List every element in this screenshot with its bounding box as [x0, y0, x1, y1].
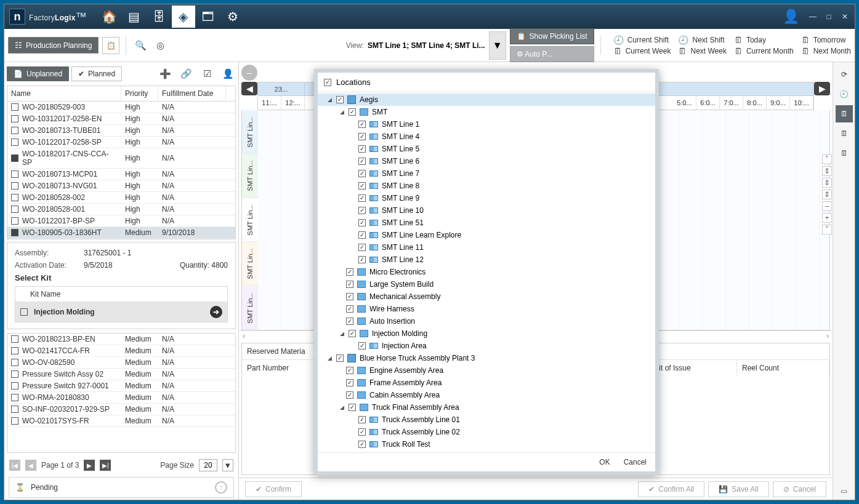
tree-row[interactable]: SMT Line 51 — [318, 217, 655, 229]
pending-bar[interactable]: ⌛ Pending ↑ — [9, 477, 234, 498]
row-checkbox[interactable] — [11, 115, 18, 122]
home-icon[interactable]: 🏠 — [98, 6, 121, 28]
row-checkbox[interactable] — [11, 347, 18, 354]
rail-clock-icon[interactable]: 🕘 — [836, 86, 853, 103]
table-row[interactable]: WO-20180713-TUBE01HighN/A — [7, 125, 235, 137]
table-row[interactable]: SO-INF-02032017-929-SPMediumN/A — [7, 404, 235, 415]
row-checkbox[interactable] — [11, 417, 18, 425]
row-checkbox[interactable] — [11, 406, 18, 413]
qr-next-shift[interactable]: 🕘Next Shift — [678, 35, 726, 45]
expand-icon[interactable]: ◢ — [339, 109, 345, 115]
rail-calendar-week-icon[interactable]: 🗓 — [836, 125, 853, 142]
tool-2[interactable]: ⇕ — [822, 178, 832, 188]
qr-today[interactable]: 🗓Today — [734, 35, 794, 45]
tree-row[interactable]: Injection Area — [318, 340, 655, 352]
table-row[interactable]: WO-10312017-0258-ENHighN/A — [7, 113, 235, 125]
maximize-button[interactable]: □ — [824, 12, 834, 22]
tree-checkbox[interactable] — [346, 268, 353, 276]
pager-last[interactable]: ▶| — [100, 460, 111, 471]
confirm-all-button[interactable]: ✔ Confirm All — [638, 481, 704, 497]
minimize-button[interactable]: — — [808, 12, 818, 22]
row-checkbox[interactable] — [11, 359, 18, 366]
tree-row[interactable]: Cabin Assembly Area — [318, 389, 655, 401]
tree-row[interactable]: Micro Electronics — [318, 266, 655, 278]
tree-checkbox[interactable] — [358, 416, 366, 423]
col-name[interactable]: Name — [7, 86, 121, 101]
reserved-col-reel[interactable]: Reel Count — [737, 360, 829, 376]
tree-checkbox[interactable] — [358, 158, 366, 165]
row-checkbox[interactable] — [11, 229, 18, 236]
row-checkbox[interactable] — [11, 154, 18, 162]
tree-row[interactable]: ◢Injection Molding — [318, 327, 655, 340]
tree-checkbox[interactable] — [358, 170, 366, 177]
gear-icon[interactable]: ⚙ — [221, 6, 244, 28]
pager-prev[interactable]: ◀ — [25, 460, 36, 471]
tree-checkbox[interactable] — [346, 281, 353, 288]
confirm-button[interactable]: ✔ Confirm — [245, 481, 302, 497]
row-checkbox[interactable] — [11, 217, 18, 225]
locations-tree[interactable]: ◢Aegis◢SMTSMT Line 1SMT Line 4SMT Line 5… — [318, 92, 655, 452]
table-row[interactable]: WO-021017SYS-FRMediumN/A — [7, 415, 235, 427]
row-checkbox[interactable] — [11, 194, 18, 201]
tree-row[interactable]: Frame Assembly Area — [318, 377, 655, 389]
stack-icon[interactable]: 🗄 — [147, 6, 171, 28]
table-row[interactable]: WO-10122017-0258-SPHighN/A — [7, 137, 235, 148]
table-row[interactable]: WO-20180528-001HighN/A — [7, 204, 235, 215]
row-checkbox[interactable] — [11, 170, 18, 178]
pager-next[interactable]: ▶ — [84, 460, 95, 471]
rail-calendar-month-icon[interactable]: 🗓 — [836, 145, 853, 162]
table-row[interactable]: WO-20180213-BP-ENMediumN/A — [7, 334, 235, 345]
row-checkbox[interactable] — [11, 182, 18, 190]
row-checkbox[interactable] — [11, 394, 18, 401]
tree-row[interactable]: SMT Line 12 — [318, 254, 655, 266]
tree-row[interactable]: Mechanical Assembly — [318, 290, 655, 303]
production-planning-chip[interactable]: ☷ Production Planning — [8, 37, 99, 54]
tree-row[interactable]: Truck Roll Test — [318, 438, 655, 450]
table-row[interactable]: WO-20180529-003HighN/A — [7, 102, 235, 113]
tree-row[interactable]: SMT Line 10 — [318, 204, 655, 217]
table-row[interactable]: WO-180905-03-1836HTMedium9/10/2018 — [7, 227, 235, 239]
table-row[interactable]: WO-OV-082590MediumN/A — [7, 357, 235, 369]
tree-row[interactable]: ◢Truck Final Assembly Area — [318, 401, 655, 414]
tree-row[interactable]: SMT Line 4 — [318, 130, 655, 143]
row-checkbox[interactable] — [11, 127, 18, 134]
tree-row[interactable]: SMT Line 5 — [318, 143, 655, 155]
locations-cancel[interactable]: Cancel — [624, 458, 647, 466]
table-row[interactable]: WO-20180713-NVG01HighN/A — [7, 180, 235, 192]
tree-row[interactable]: SMT Line 8 — [318, 180, 655, 192]
user-icon[interactable]: 👤 — [783, 9, 799, 25]
kit-row[interactable]: Injection Molding ➜ — [15, 302, 227, 322]
qr-current-shift[interactable]: 🕘Current Shift — [613, 35, 671, 45]
gantt-right[interactable]: ▶ — [814, 82, 830, 95]
tool-1[interactable]: ⇕ — [822, 166, 832, 176]
auto-button[interactable]: ⚙ Auto P... — [510, 46, 594, 62]
tree-checkbox[interactable] — [358, 219, 366, 226]
table-row[interactable]: WO-20180713-MCP01HighN/A — [7, 169, 235, 180]
row-checkbox[interactable] — [11, 335, 18, 343]
user-add-icon[interactable]: 👤 — [220, 66, 236, 82]
table-row[interactable]: Pressure Switch Assy 02MediumN/A — [7, 369, 235, 380]
tree-checkbox[interactable] — [349, 108, 356, 116]
tree-row[interactable]: ◢SMT — [318, 106, 655, 118]
tree-row[interactable]: Engine Assembly Area — [318, 364, 655, 377]
table-row[interactable]: WO-20180528-002HighN/A — [7, 192, 235, 204]
clipboard-button[interactable]: 📋 — [102, 37, 119, 54]
tree-checkbox[interactable] — [336, 96, 344, 103]
tree-checkbox[interactable] — [336, 354, 344, 362]
tab-planned[interactable]: ✔ Planned — [71, 66, 122, 81]
pager-first[interactable]: |◀ — [9, 460, 20, 471]
target-small-icon[interactable]: ◎ — [152, 38, 168, 54]
add-icon[interactable]: ➕ — [157, 66, 173, 82]
table-row[interactable]: WO-10182017-CNS-CCA-SPHighN/A — [7, 148, 235, 169]
tool-up[interactable]: ˄ — [822, 154, 832, 164]
save-all-button[interactable]: 💾 Save All — [708, 481, 768, 497]
tree-checkbox[interactable] — [358, 145, 366, 153]
tree-checkbox[interactable] — [346, 293, 353, 300]
gantt-zoom-out[interactable]: – — [241, 65, 257, 81]
pending-up-icon[interactable]: ↑ — [215, 481, 227, 494]
row-checkbox[interactable] — [11, 103, 18, 111]
tree-checkbox[interactable] — [358, 231, 366, 239]
tool-3[interactable]: ⇕ — [822, 190, 832, 199]
tree-row[interactable]: Auto Insertion — [318, 315, 655, 327]
kit-checkbox[interactable] — [20, 308, 28, 316]
